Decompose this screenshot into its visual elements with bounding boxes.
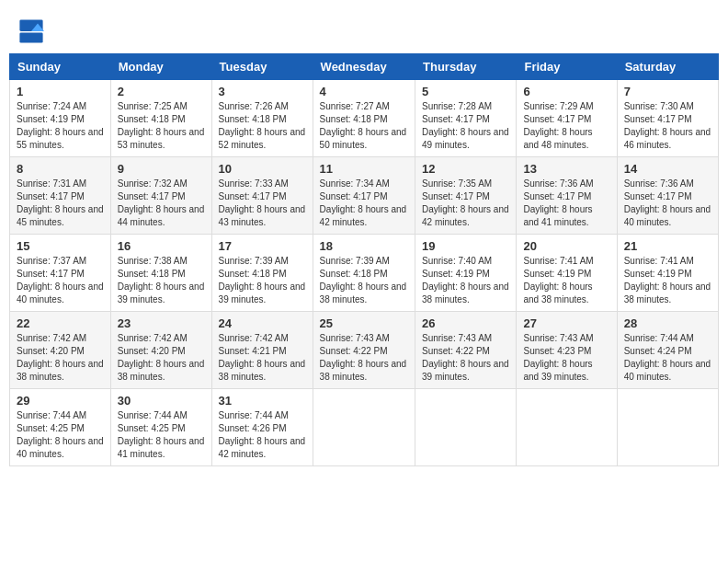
day-number: 20 [523,239,609,253]
day-number: 30 [118,394,205,408]
sunrise-text: Sunrise: 7:34 AM [320,178,390,189]
sunset-text: Sunset: 4:19 PM [422,269,490,279]
sunrise-text: Sunrise: 7:30 AM [624,101,694,111]
daylight-text: Daylight: 8 hours and 42 minutes. [219,436,306,459]
sunset-text: Sunset: 4:17 PM [523,191,591,201]
daylight-text: Daylight: 8 hours and 53 minutes. [118,127,205,150]
calendar-cell: 26 Sunrise: 7:43 AM Sunset: 4:22 PM Dayl… [415,312,517,389]
daylight-text: Daylight: 8 hours and 49 minutes. [422,127,509,150]
sunrise-text: Sunrise: 7:41 AM [523,256,593,266]
sunset-text: Sunset: 4:23 PM [523,346,591,356]
day-number: 12 [422,162,509,176]
calendar-week-row: 22 Sunrise: 7:42 AM Sunset: 4:20 PM Dayl… [10,312,719,389]
day-number: 23 [118,316,205,330]
daylight-text: Daylight: 8 hours and 38 minutes. [422,282,509,304]
day-info: Sunrise: 7:36 AM Sunset: 4:17 PM Dayligh… [624,178,711,229]
day-info: Sunrise: 7:38 AM Sunset: 4:18 PM Dayligh… [118,255,205,306]
day-number: 11 [320,162,408,176]
calendar-cell [415,389,517,466]
sunrise-text: Sunrise: 7:42 AM [118,333,188,343]
sunrise-text: Sunrise: 7:32 AM [118,178,188,189]
sunrise-text: Sunrise: 7:38 AM [118,256,188,266]
calendar-cell: 11 Sunrise: 7:34 AM Sunset: 4:17 PM Dayl… [313,157,415,235]
day-info: Sunrise: 7:42 AM Sunset: 4:20 PM Dayligh… [118,332,205,384]
daylight-text: Daylight: 8 hours and 46 minutes. [624,127,711,150]
calendar-cell: 20 Sunrise: 7:41 AM Sunset: 4:19 PM Dayl… [517,235,617,312]
daylight-text: Daylight: 8 hours and 42 minutes. [422,204,509,227]
sunrise-text: Sunrise: 7:40 AM [422,256,492,266]
sunrise-text: Sunrise: 7:39 AM [320,256,390,266]
sunset-text: Sunset: 4:17 PM [219,191,287,201]
sunset-text: Sunset: 4:17 PM [624,114,692,124]
day-number: 22 [17,316,104,330]
sunset-text: Sunset: 4:18 PM [320,269,388,279]
weekday-header-thursday: Thursday [415,54,517,80]
sunset-text: Sunset: 4:20 PM [17,346,85,356]
day-info: Sunrise: 7:37 AM Sunset: 4:17 PM Dayligh… [17,255,104,306]
calendar-cell: 21 Sunrise: 7:41 AM Sunset: 4:19 PM Dayl… [617,235,718,312]
sunrise-text: Sunrise: 7:39 AM [219,256,289,266]
calendar-cell [617,389,718,466]
weekday-header-sunday: Sunday [10,54,111,80]
sunrise-text: Sunrise: 7:44 AM [17,410,86,420]
calendar-cell: 4 Sunrise: 7:27 AM Sunset: 4:18 PM Dayli… [313,80,415,157]
sunset-text: Sunset: 4:24 PM [624,346,692,356]
daylight-text: Daylight: 8 hours and 45 minutes. [17,204,104,227]
calendar-cell: 23 Sunrise: 7:42 AM Sunset: 4:20 PM Dayl… [110,312,211,389]
calendar-cell: 13 Sunrise: 7:36 AM Sunset: 4:17 PM Dayl… [517,157,617,235]
day-info: Sunrise: 7:36 AM Sunset: 4:17 PM Dayligh… [523,178,609,229]
calendar-cell: 5 Sunrise: 7:28 AM Sunset: 4:17 PM Dayli… [415,80,517,157]
sunset-text: Sunset: 4:18 PM [219,269,287,279]
day-number: 31 [219,394,306,408]
sunrise-text: Sunrise: 7:27 AM [320,101,390,111]
day-info: Sunrise: 7:32 AM Sunset: 4:17 PM Dayligh… [118,178,205,229]
day-number: 13 [523,162,609,176]
sunrise-text: Sunrise: 7:42 AM [219,333,289,343]
day-number: 28 [624,316,711,330]
sunrise-text: Sunrise: 7:35 AM [422,178,492,189]
daylight-text: Daylight: 8 hours and 40 minutes. [624,204,711,227]
sunset-text: Sunset: 4:25 PM [118,423,186,433]
sunrise-text: Sunrise: 7:42 AM [17,333,86,343]
day-number: 27 [523,316,609,330]
sunrise-text: Sunrise: 7:29 AM [523,101,593,111]
day-number: 17 [219,239,306,253]
sunset-text: Sunset: 4:17 PM [17,269,85,279]
sunrise-text: Sunrise: 7:43 AM [422,333,492,343]
calendar-cell: 15 Sunrise: 7:37 AM Sunset: 4:17 PM Dayl… [10,235,111,312]
day-info: Sunrise: 7:39 AM Sunset: 4:18 PM Dayligh… [320,255,408,306]
day-number: 25 [320,316,408,330]
daylight-text: Daylight: 8 hours and 44 minutes. [118,204,205,227]
sunrise-text: Sunrise: 7:37 AM [17,256,86,266]
calendar-cell: 2 Sunrise: 7:25 AM Sunset: 4:18 PM Dayli… [110,80,211,157]
day-info: Sunrise: 7:40 AM Sunset: 4:19 PM Dayligh… [422,255,509,306]
calendar-cell: 8 Sunrise: 7:31 AM Sunset: 4:17 PM Dayli… [10,157,111,235]
calendar-cell: 31 Sunrise: 7:44 AM Sunset: 4:26 PM Dayl… [211,389,313,466]
day-info: Sunrise: 7:41 AM Sunset: 4:19 PM Dayligh… [523,255,609,306]
sunset-text: Sunset: 4:17 PM [422,114,490,124]
sunset-text: Sunset: 4:22 PM [320,346,388,356]
sunset-text: Sunset: 4:21 PM [219,346,287,356]
day-info: Sunrise: 7:29 AM Sunset: 4:17 PM Dayligh… [523,100,609,152]
daylight-text: Daylight: 8 hours and 39 minutes. [219,282,306,304]
header [9,9,719,49]
daylight-text: Daylight: 8 hours and 40 minutes. [624,359,711,382]
daylight-text: Daylight: 8 hours and 39 minutes. [422,359,509,382]
day-number: 24 [219,316,306,330]
daylight-text: Daylight: 8 hours and 52 minutes. [219,127,306,150]
weekday-header-wednesday: Wednesday [313,54,415,80]
sunset-text: Sunset: 4:17 PM [523,114,591,124]
sunset-text: Sunset: 4:18 PM [118,114,186,124]
calendar-cell: 24 Sunrise: 7:42 AM Sunset: 4:21 PM Dayl… [211,312,313,389]
day-info: Sunrise: 7:28 AM Sunset: 4:17 PM Dayligh… [422,100,509,152]
daylight-text: Daylight: 8 hours and 41 minutes. [118,436,205,459]
day-number: 10 [219,162,306,176]
weekday-header-row: SundayMondayTuesdayWednesdayThursdayFrid… [10,54,719,80]
day-info: Sunrise: 7:43 AM Sunset: 4:22 PM Dayligh… [320,332,408,384]
daylight-text: Daylight: 8 hours and 38 minutes. [118,359,205,382]
day-info: Sunrise: 7:39 AM Sunset: 4:18 PM Dayligh… [219,255,306,306]
day-number: 29 [17,394,104,408]
svg-rect-2 [19,32,42,42]
weekday-header-tuesday: Tuesday [211,54,313,80]
calendar-cell: 7 Sunrise: 7:30 AM Sunset: 4:17 PM Dayli… [617,80,718,157]
